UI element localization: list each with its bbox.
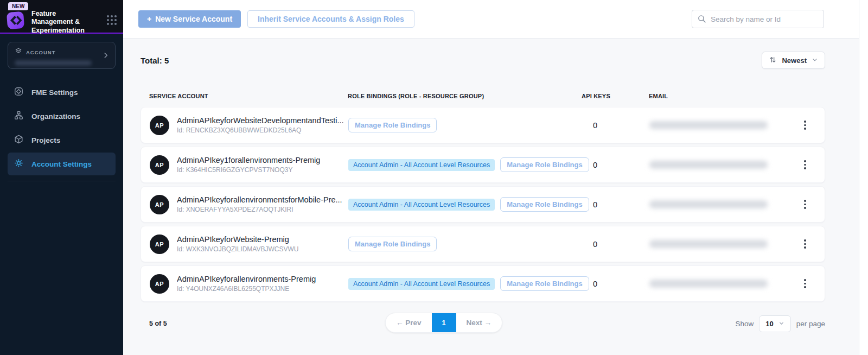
page-1-button[interactable]: 1 [432,313,456,332]
email-redacted [649,161,768,169]
search-input[interactable] [692,10,824,28]
email-redacted [649,240,768,248]
pagination-pill: ← Prev 1 Next → [385,313,502,333]
email-redacted [649,200,768,208]
sort-arrows-icon [769,55,777,66]
total-count: Total: 5 [141,56,169,65]
role-bindings-cell: Account Admin - All Account Level Resour… [348,197,582,212]
service-account-name: AdminAPIkeyforallenvironmentsforMobile-P… [177,195,342,204]
service-account-name: AdminAPIkeyforWebsite-Premig [177,235,298,244]
cube-icon [14,134,24,146]
avatar: AP [150,274,169,294]
page-size-select[interactable]: 10 [759,315,790,332]
gear-icon [14,158,24,170]
service-account-id: Id: Y4OUNXZ46A6IBL6255QTPXJJNE [177,285,316,293]
api-keys-count: 0 [582,240,649,249]
kebab-menu-icon[interactable] [794,118,816,132]
prev-page-button[interactable]: ← Prev [386,313,432,332]
service-account-cell: AP AdminAPIkeyforWebsite-Premig Id: WXK3… [150,234,348,254]
sidebar-nav: FME Settings Organizations [0,81,123,181]
avatar: AP [150,155,169,175]
kebab-menu-icon[interactable] [794,198,816,211]
manage-role-bindings-button[interactable]: Manage Role Bindings [500,157,589,172]
sidebar-item-fme-settings[interactable]: FME Settings [8,81,116,104]
sort-dropdown[interactable]: Newest [762,52,825,69]
layers-icon [15,47,22,57]
manage-role-bindings-button[interactable]: Manage Role Bindings [348,237,437,251]
toolbar: + New Service Account Inherit Service Ac… [123,0,859,39]
table-row: AP AdminAPIkeyforWebsite-Premig Id: WXK3… [141,226,825,262]
sort-label: Newest [782,56,807,65]
table-header: SERVICE ACCOUNT ROLE BINDINGS (ROLE - RE… [141,93,825,99]
col-role-bindings: ROLE BINDINGS (ROLE - RESOURCE GROUP) [348,93,582,99]
email-redacted [649,280,768,288]
service-account-cell: AP AdminAPIkeyforallenvironmentsforMobil… [150,195,348,214]
account-name-redacted [15,60,92,66]
service-account-id: Id: RENCKBZ3XQ6UBBWWEDKD25L6AQ [177,126,344,134]
service-account-cell: AP AdminAPIkey1forallenvironments-Premig… [150,155,348,175]
sidebar-item-label: Organizations [31,112,80,121]
kebab-menu-icon[interactable] [794,237,816,251]
api-keys-count: 0 [582,121,649,130]
plus-icon: + [147,15,151,23]
sidebar-item-projects[interactable]: Projects [8,129,116,151]
service-account-id: Id: XNOERAFYYA5XPDEZ7AOQTJKIRI [177,206,342,213]
pagination-count: 5 of 5 [141,320,167,327]
service-account-name: AdminAPIkeyforWebsiteDevelopmentandTesti… [177,116,344,125]
role-bindings-cell: Account Admin - All Account Level Resour… [348,237,582,251]
inherit-service-accounts-button[interactable]: Inherit Service Accounts & Assign Roles [247,10,414,28]
main-area: + New Service Account Inherit Service Ac… [123,0,868,355]
sidebar-item-organizations[interactable]: Organizations [8,105,116,128]
col-api-keys: API KEYS [582,93,649,99]
scrollbar-track[interactable] [859,0,868,355]
account-label: ACCOUNT [26,49,56,55]
next-page-button[interactable]: Next → [456,313,502,332]
service-account-id: Id: K364HIC5RI6GZGYCPVST7NOQ3Y [177,166,320,174]
fme-logo-icon [14,86,24,98]
role-binding-badge: Account Admin - All Account Level Resour… [348,278,495,290]
sidebar-item-label: FME Settings [31,88,78,97]
table-row: AP AdminAPIkey1forallenvironments-Premig… [141,147,825,183]
apps-grid-icon[interactable] [107,15,117,25]
sidebar-item-label: Account Settings [31,160,92,168]
new-service-account-button[interactable]: + New Service Account [138,10,241,28]
role-binding-badge: Account Admin - All Account Level Resour… [348,199,495,211]
email-cell [649,161,794,169]
page-size-group: Show 10 per page [735,315,825,332]
content: Total: 5 Newest SERVICE ACCOUNT ROLE BIN… [123,39,859,355]
nav-divider [8,181,116,181]
email-cell [649,280,794,288]
org-chart-icon [14,110,24,122]
service-account-name: AdminAPIkeyforallenvironments-Premig [177,275,316,283]
service-account-id: Id: WXK3NVOJBQZILIDMAVBJWCSVWU [177,245,298,253]
email-cell [649,121,794,129]
email-cell [649,240,794,248]
kebab-menu-icon[interactable] [794,158,816,172]
manage-role-bindings-button[interactable]: Manage Role Bindings [500,197,589,212]
avatar: AP [150,116,169,135]
api-keys-count: 0 [582,161,649,169]
show-label: Show [735,320,754,328]
sidebar-item-account-settings[interactable]: Account Settings [8,153,116,175]
email-redacted [649,121,768,129]
col-service-account: SERVICE ACCOUNT [149,93,348,99]
table-row: AP AdminAPIkeyforWebsiteDevelopmentandTe… [141,107,825,143]
new-badge: NEW [8,2,28,10]
service-accounts-page: NEW Feature Management & Experimentation [0,0,868,355]
service-account-name: AdminAPIkey1forallenvironments-Premig [177,156,320,164]
role-bindings-cell: Account Admin - All Account Level Resour… [348,118,582,132]
sidebar: NEW Feature Management & Experimentation [0,0,123,355]
manage-role-bindings-button[interactable]: Manage Role Bindings [500,276,589,291]
account-switcher[interactable]: ACCOUNT [8,42,116,69]
search-box [692,10,824,28]
table-body: AP AdminAPIkeyforWebsiteDevelopmentandTe… [141,107,825,302]
role-binding-badge: Account Admin - All Account Level Resour… [348,159,495,171]
api-keys-count: 0 [582,200,649,209]
kebab-menu-icon[interactable] [794,277,816,290]
role-bindings-cell: Account Admin - All Account Level Resour… [348,157,582,172]
pagination: 5 of 5 ← Prev 1 Next → Show 10 per page [141,313,825,334]
manage-role-bindings-button[interactable]: Manage Role Bindings [348,118,437,132]
service-account-cell: AP AdminAPIkeyforWebsiteDevelopmentandTe… [150,116,348,135]
chevron-right-icon [102,52,110,61]
service-account-cell: AP AdminAPIkeyforallenvironments-Premig … [150,274,348,294]
